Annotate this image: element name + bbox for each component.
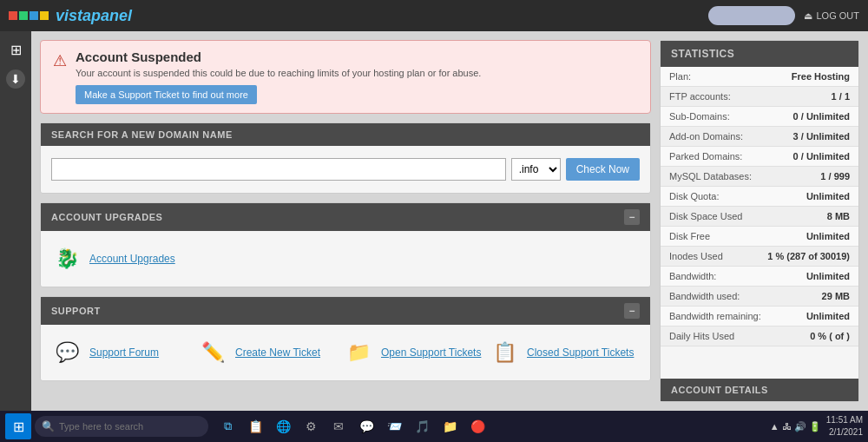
stats-value-bwused: 29 MB [822, 291, 850, 301]
account-details-header: ACCOUNT DETAILS [661, 379, 858, 401]
clock[interactable]: 11:51 AM 2/1/2021 [826, 414, 863, 439]
stats-body: Plan: Free Hosting FTP accounts: 1 / 1 S… [661, 67, 858, 379]
open-tickets-item[interactable]: 📁 Open Support Tickets [343, 337, 482, 368]
taskbar-right: ▲ 🖧 🔊 🔋 11:51 AM 2/1/2021 [770, 414, 863, 439]
sidebar-icon-download[interactable]: ⬇ [6, 69, 25, 89]
telegram-icon[interactable]: 📨 [382, 414, 406, 439]
domain-search-title: SEARCH FOR A NEW DOMAIN NAME [51, 129, 233, 140]
telegram-symbol: 📨 [387, 419, 402, 433]
stats-label-diskused: Disk Space Used [669, 211, 742, 221]
stats-label-parked: Parked Domains: [669, 151, 742, 162]
stats-value-ftp: 1 / 1 [832, 91, 850, 102]
alert-box: ⚠ Account Suspended Your account is susp… [40, 40, 651, 114]
files-icon[interactable]: 📁 [437, 414, 462, 439]
logo-text: vistapanel [56, 7, 132, 25]
network-icon[interactable]: 🖧 [782, 421, 792, 432]
stats-value-mysql: 1 / 999 [820, 171, 850, 181]
stats-label-bwused: Bandwidth used: [669, 291, 740, 301]
support-forum-label[interactable]: Support Forum [89, 346, 159, 359]
clock-time: 11:51 AM [826, 414, 863, 426]
settings-symbol: ⚙ [306, 419, 317, 433]
account-upgrades-collapse[interactable]: − [624, 209, 640, 225]
topnav: vistapanel ⏏ LOG OUT [0, 0, 868, 31]
closed-tickets-item[interactable]: 📋 Closed Support Tickets [489, 337, 634, 368]
stats-label-dailyhits: Daily Hits Used [669, 331, 734, 341]
stats-value-diskused: 8 MB [827, 211, 850, 221]
support-forum-item[interactable]: 💬 Support Forum [51, 337, 190, 368]
volume-icon[interactable]: 🔊 [794, 421, 806, 432]
stats-value-parked: 0 / Unlimited [793, 151, 850, 162]
arrow-up-icon[interactable]: ▲ [770, 421, 779, 432]
stats-row-bwused: Bandwidth used: 29 MB [661, 287, 858, 307]
browser2-icon[interactable]: 🔴 [465, 414, 490, 439]
logout-button[interactable]: ⏏ LOG OUT [804, 10, 859, 22]
create-ticket-label[interactable]: Create New Ticket [235, 346, 320, 359]
stats-row-plan: Plan: Free Hosting [661, 67, 858, 87]
account-upgrades-item[interactable]: 🐉 Account Upgrades [51, 243, 190, 274]
domain-search-section: SEARCH FOR A NEW DOMAIN NAME .info .com … [40, 122, 651, 194]
domain-extension-select[interactable]: .info .com .net .org [511, 158, 561, 181]
download-icon: ⬇ [10, 72, 21, 86]
user-button[interactable] [708, 6, 795, 25]
stats-value-bwremain: Unlimited [806, 311, 850, 321]
domain-row: .info .com .net .org Check Now [51, 158, 640, 181]
stats-label-addon: Add-on Domains: [669, 131, 743, 142]
logout-icon: ⏏ [804, 10, 812, 22]
account-upgrades-label[interactable]: Account Upgrades [89, 253, 175, 265]
create-ticket-item[interactable]: ✏️ Create New Ticket [197, 337, 336, 368]
open-tickets-icon: 📁 [343, 337, 374, 368]
support-grid: 💬 Support Forum ✏️ Create New Ticket 📁 O… [51, 337, 640, 368]
stats-label-quota: Disk Quota: [669, 191, 719, 201]
battery-icon[interactable]: 🔋 [809, 421, 821, 432]
alert-text: Your account is suspended this could be … [76, 68, 481, 78]
stats-row-diskused: Disk Space Used 8 MB [661, 207, 858, 227]
stats-label-bandwidth: Bandwidth: [669, 271, 716, 281]
start-button[interactable]: ⊞ [5, 413, 31, 439]
closed-tickets-label[interactable]: Closed Support Tickets [527, 346, 634, 359]
logo-sq-yellow [40, 11, 49, 20]
account-upgrades-section: ACCOUNT UPGRADES − 🐉 Account Upgrades [40, 202, 651, 287]
domain-search-header: SEARCH FOR A NEW DOMAIN NAME [41, 123, 650, 146]
chat-symbol: 💬 [359, 419, 374, 433]
browser-icon[interactable]: 🌐 [271, 414, 295, 439]
chat-icon[interactable]: 💬 [354, 414, 378, 439]
stats-row-ftp: FTP accounts: 1 / 1 [661, 87, 858, 107]
logo-sq-green [19, 11, 28, 20]
taskbar-icons: ⧉ 📋 🌐 ⚙ ✉ 💬 📨 🎵 📁 🔴 [215, 414, 490, 439]
clock-date: 2/1/2021 [826, 426, 863, 439]
settings-taskbar-icon[interactable]: ⚙ [299, 414, 323, 439]
stats-label-plan: Plan: [669, 71, 691, 82]
sidebar: ⊞ ⬇ [0, 31, 31, 411]
windows-icon: ⊞ [13, 419, 24, 435]
browser2-symbol: 🔴 [470, 419, 485, 433]
mail-icon[interactable]: ✉ [326, 414, 351, 439]
stats-value-plan: Free Hosting [792, 71, 850, 82]
stats-value-dailyhits: 0 % ( of ) [810, 331, 850, 341]
topnav-right: ⏏ LOG OUT [708, 6, 859, 25]
stats-row-bwremain: Bandwidth remaining: Unlimited [661, 307, 858, 327]
stats-label-mysql: MySQL Databases: [669, 171, 752, 181]
taskbar-search-input[interactable] [35, 416, 208, 437]
account-upgrades-grid: 🐉 Account Upgrades [51, 243, 640, 274]
support-title: SUPPORT [51, 306, 101, 316]
alert-link[interactable]: Make a Support Ticket to find out more [76, 85, 257, 104]
cortana-icon[interactable]: 📋 [243, 414, 267, 439]
media-symbol: 🎵 [415, 419, 430, 433]
mail-symbol: ✉ [333, 419, 344, 433]
check-now-button[interactable]: Check Now [566, 158, 640, 181]
support-body: 💬 Support Forum ✏️ Create New Ticket 📁 O… [41, 325, 650, 380]
stats-label-ftp: FTP accounts: [669, 91, 731, 102]
stats-value-bandwidth: Unlimited [806, 271, 850, 281]
sidebar-icon-grid[interactable]: ⊞ [4, 38, 27, 61]
media-icon[interactable]: 🎵 [410, 414, 434, 439]
open-tickets-label[interactable]: Open Support Tickets [381, 346, 481, 359]
stats-label-subdomains: Sub-Domains: [669, 111, 730, 122]
taskview-symbol: ⧉ [224, 419, 232, 433]
support-collapse[interactable]: − [624, 303, 640, 319]
grid-icon: ⊞ [10, 42, 22, 58]
stats-value-subdomains: 0 / Unlimited [793, 111, 850, 122]
main-container: ⊞ ⬇ ⚠ Account Suspended Your account is … [0, 31, 868, 411]
domain-input[interactable] [51, 158, 506, 181]
account-upgrades-title: ACCOUNT UPGRADES [51, 212, 162, 222]
taskview-icon[interactable]: ⧉ [215, 414, 240, 439]
